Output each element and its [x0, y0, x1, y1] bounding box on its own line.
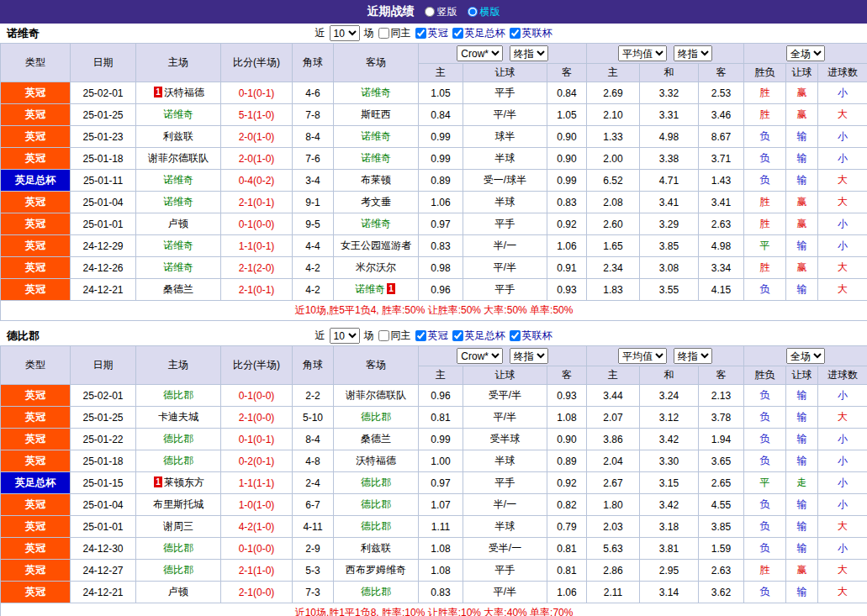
layout-horizontal-radio[interactable] — [468, 7, 478, 17]
cell-result-0: 负 — [744, 429, 786, 450]
cell-asian-odds-0: 1.11 — [419, 516, 463, 538]
league-filter-championship-checkbox[interactable] — [415, 330, 426, 341]
cell-league-type: 英冠 — [1, 279, 71, 301]
cell-result-2: 小 — [818, 148, 867, 170]
team-name: 沃特福德 — [356, 455, 396, 466]
section-header-bar: 诺维奇 近 10 场 同主 英冠 英足总杯 英联杯 — [0, 24, 867, 43]
cell-score: 2-0(1-0) — [221, 126, 293, 148]
euro-odds-group-header: 平均值 终指 — [587, 44, 744, 64]
col-goals-result: 进球数 — [818, 366, 867, 385]
cell-asian-odds-0: 1.06 — [419, 192, 463, 213]
league-filter-eflcup-checkbox[interactable] — [510, 330, 521, 341]
cell-result-2: 小 — [818, 235, 867, 257]
results-table: 类型 日期 主场 比分(半场) 角球 客场 Crow* 终指 平均值 终指 全场 — [0, 345, 867, 616]
cell-asian-odds-1: 平手 — [463, 279, 547, 301]
cell-corners: 4-6 — [293, 82, 334, 104]
league-filter-eflcup-checkbox[interactable] — [510, 28, 521, 39]
cell-result-0: 胜 — [744, 213, 786, 235]
cell-euro-odds-0: 2.10 — [587, 104, 640, 126]
cell-away-team: 诺维奇 — [334, 148, 419, 170]
same-home-filter[interactable]: 同主 — [378, 329, 411, 343]
cell-asian-odds-1: 半球 — [463, 192, 547, 213]
cell-date: 25-01-22 — [71, 429, 136, 450]
cell-asian-odds-2: 0.89 — [547, 450, 587, 472]
league-filter-eflcup[interactable]: 英联杯 — [510, 26, 552, 40]
cell-result-2: 小 — [818, 429, 867, 450]
same-home-filter[interactable]: 同主 — [378, 26, 411, 40]
cell-asian-odds-2: 0.99 — [547, 170, 587, 192]
cell-asian-odds-0: 1.07 — [419, 494, 463, 516]
match-row: 英冠25-01-25诺维奇5-1(1-0)7-8斯旺西0.84平/半1.052.… — [1, 104, 867, 126]
cell-result-0: 负 — [744, 385, 786, 407]
cell-asian-odds-2: 1.06 — [547, 582, 587, 603]
asian-odds-stage-select[interactable]: 终指 — [510, 348, 548, 364]
cell-euro-odds-2: 3.85 — [699, 516, 744, 538]
cell-asian-odds-1: 半球 — [463, 516, 547, 538]
layout-horizontal-option[interactable]: 横版 — [468, 5, 500, 19]
cell-euro-odds-1: 3.30 — [640, 450, 699, 472]
cell-result-0: 胜 — [744, 82, 786, 104]
cell-result-1: 输 — [786, 538, 818, 560]
summary-text: 近10场,胜5平1负4, 胜率:50% 让胜率:50% 大率:50% 单率:50… — [1, 301, 867, 321]
cell-away-team: 诺维奇 — [334, 126, 419, 148]
asian-odds-company-select[interactable]: Crow* — [457, 45, 503, 61]
cell-date: 25-01-11 — [71, 170, 136, 192]
cell-asian-odds-1: 受半球 — [463, 429, 547, 450]
asian-odds-company-select[interactable]: Crow* — [457, 348, 503, 364]
layout-vertical-option[interactable]: 竖版 — [425, 5, 457, 19]
team-name: 谢菲尔德联队 — [346, 389, 406, 401]
cell-euro-odds-0: 5.63 — [587, 538, 640, 560]
cell-euro-odds-1: 3.55 — [640, 279, 699, 301]
cell-corners: 8-4 — [293, 429, 334, 450]
full-match-select[interactable]: 全场 — [786, 348, 825, 364]
cell-asian-odds-2: 1.06 — [547, 235, 587, 257]
cell-result-2: 小 — [818, 472, 867, 494]
euro-odds-company-select[interactable]: 平均值 — [618, 45, 667, 61]
league-filter-facup[interactable]: 英足总杯 — [452, 26, 505, 40]
cell-result-1: 输 — [786, 516, 818, 538]
same-home-checkbox[interactable] — [378, 28, 389, 39]
match-row: 英冠24-12-29诺维奇1-1(0-1)4-4女王公园巡游者0.83半/一1.… — [1, 235, 867, 257]
cell-euro-odds-2: 1.94 — [699, 429, 744, 450]
league-filter-eflcup-label: 英联杯 — [522, 329, 552, 343]
col-score: 比分(半场) — [221, 346, 293, 385]
cell-euro-odds-1: 2.95 — [640, 560, 699, 582]
same-home-checkbox[interactable] — [378, 330, 389, 341]
team-name: 利兹联 — [163, 130, 193, 142]
match-row: 英冠25-01-18谢菲尔德联队2-0(1-0)7-6诺维奇0.99半球0.90… — [1, 148, 867, 170]
col-date: 日期 — [71, 44, 136, 82]
games-label: 场 — [364, 329, 374, 343]
league-filter-facup[interactable]: 英足总杯 — [452, 329, 505, 343]
cell-score: 1-0(1-0) — [221, 494, 293, 516]
league-filter-facup-checkbox[interactable] — [452, 330, 463, 341]
team-name: 诺维奇 — [361, 218, 391, 229]
cell-away-team: 斯旺西 — [334, 104, 419, 126]
euro-odds-company-select[interactable]: 平均值 — [618, 348, 667, 364]
league-filter-eflcup[interactable]: 英联杯 — [510, 329, 552, 343]
league-filter-facup-checkbox[interactable] — [452, 28, 463, 39]
team-name: 德比郡 — [361, 411, 391, 423]
full-match-select[interactable]: 全场 — [786, 45, 825, 61]
cell-home-team: 卢顿 — [136, 582, 221, 603]
cell-league-type: 英冠 — [1, 516, 71, 538]
cell-corners: 2-9 — [293, 538, 334, 560]
cell-away-team: 德比郡 — [334, 494, 419, 516]
cell-result-1: 输 — [786, 582, 818, 603]
match-count-select[interactable]: 10 — [330, 25, 360, 41]
match-row: 英冠24-12-26诺维奇2-1(2-0)4-2米尔沃尔0.98平/半0.912… — [1, 257, 867, 279]
cell-euro-odds-0: 2.08 — [587, 192, 640, 213]
layout-vertical-radio[interactable] — [425, 7, 435, 17]
cell-result-1: 输 — [786, 407, 818, 429]
league-filter-championship[interactable]: 英冠 — [415, 329, 448, 343]
asian-odds-stage-select[interactable]: 终指 — [510, 45, 548, 61]
cell-asian-odds-2: 0.90 — [547, 429, 587, 450]
cell-score: 0-2(0-1) — [221, 450, 293, 472]
league-filter-championship-checkbox[interactable] — [415, 28, 426, 39]
team-name: 诺维奇 — [163, 240, 193, 251]
full-match-group-header: 全场 — [744, 346, 867, 366]
league-filter-championship[interactable]: 英冠 — [415, 26, 448, 40]
euro-odds-stage-select[interactable]: 终指 — [674, 348, 712, 364]
match-count-select[interactable]: 10 — [330, 328, 360, 344]
cell-away-team: 德比郡 — [334, 472, 419, 494]
euro-odds-stage-select[interactable]: 终指 — [674, 45, 712, 61]
